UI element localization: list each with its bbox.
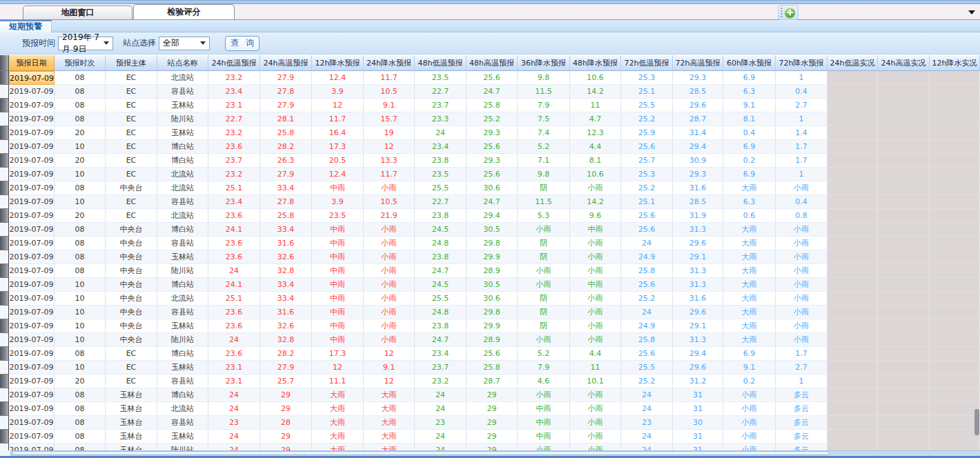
row-gutter[interactable] bbox=[0, 361, 9, 375]
cell[interactable]: 10.5 bbox=[364, 195, 415, 209]
cell[interactable]: 大雨 bbox=[364, 402, 415, 416]
cell[interactable]: 11.1 bbox=[312, 375, 364, 388]
cell[interactable]: 4.6 bbox=[518, 375, 570, 388]
cell[interactable]: 小雨 bbox=[776, 306, 827, 319]
cell[interactable]: 23.7 bbox=[208, 154, 260, 168]
cell[interactable]: 2019-07-09 bbox=[9, 264, 55, 278]
observed-empty-cell[interactable] bbox=[930, 361, 980, 375]
cell[interactable]: 12 bbox=[364, 347, 415, 361]
cell[interactable]: 小雨 bbox=[518, 333, 570, 347]
cell[interactable]: 23.7 bbox=[415, 99, 467, 112]
cell[interactable]: 2019-07-09 bbox=[9, 402, 55, 416]
cell[interactable]: 23.8 bbox=[415, 250, 467, 264]
cell[interactable]: 10 bbox=[55, 319, 106, 333]
cell[interactable]: 14.2 bbox=[570, 195, 621, 209]
observed-empty-cell[interactable] bbox=[827, 361, 878, 375]
cell[interactable]: 28.5 bbox=[673, 195, 723, 209]
cell[interactable]: 08 bbox=[55, 223, 106, 237]
cell[interactable]: 玉林站 bbox=[157, 250, 208, 264]
cell[interactable]: 20.5 bbox=[312, 154, 364, 168]
cell[interactable]: 容县站 bbox=[157, 195, 208, 209]
cell[interactable]: 小雨 bbox=[570, 181, 621, 195]
cell[interactable]: 1 bbox=[776, 71, 827, 85]
cell[interactable]: 25.8 bbox=[467, 99, 518, 112]
row-gutter[interactable] bbox=[0, 85, 9, 99]
cell[interactable]: 32.8 bbox=[260, 264, 312, 278]
cell[interactable]: 中雨 bbox=[312, 181, 364, 195]
cell[interactable]: 中雨 bbox=[312, 223, 364, 237]
observed-empty-cell[interactable] bbox=[878, 195, 930, 209]
cell[interactable]: 23.4 bbox=[208, 195, 260, 209]
cell[interactable]: 08 bbox=[55, 416, 106, 430]
cell[interactable]: 多云 bbox=[776, 388, 827, 402]
cell[interactable]: 中雨 bbox=[518, 416, 570, 430]
horizontal-scrollbar-thumb[interactable] bbox=[12, 451, 830, 455]
cell[interactable]: 多云 bbox=[776, 416, 827, 430]
cell[interactable]: 1 bbox=[776, 375, 827, 388]
row-gutter[interactable] bbox=[0, 112, 9, 126]
cell[interactable]: 08 bbox=[55, 112, 106, 126]
observed-empty-cell[interactable] bbox=[930, 292, 980, 306]
cell[interactable]: 小雨 bbox=[364, 181, 415, 195]
cell[interactable]: 小雨 bbox=[723, 416, 776, 430]
cell[interactable]: 2019-07-09 bbox=[9, 375, 55, 388]
cell[interactable]: 0.4 bbox=[776, 195, 827, 209]
cell[interactable]: EC bbox=[106, 209, 157, 223]
cell[interactable]: 19 bbox=[364, 126, 415, 140]
cell[interactable]: 博白站 bbox=[157, 223, 208, 237]
cell[interactable]: 25.6 bbox=[467, 347, 518, 361]
table-row[interactable]: 2019-07-0908EC玉林站23.127.9129.123.725.87.… bbox=[0, 99, 980, 112]
cell[interactable]: 小雨 bbox=[570, 402, 621, 416]
cell[interactable]: 24 bbox=[415, 388, 467, 402]
cell[interactable]: 24 bbox=[621, 237, 673, 250]
cell[interactable]: 6.9 bbox=[723, 71, 776, 85]
cell[interactable]: 10.5 bbox=[364, 85, 415, 99]
cell[interactable]: 小雨 bbox=[723, 444, 776, 450]
cell[interactable]: 22.7 bbox=[415, 85, 467, 99]
cell[interactable]: 31.4 bbox=[673, 126, 723, 140]
cell[interactable]: 小雨 bbox=[776, 237, 827, 250]
cell[interactable]: 31.3 bbox=[673, 264, 723, 278]
observed-empty-cell[interactable] bbox=[930, 250, 980, 264]
table-row[interactable]: 2019-07-0908EC陆川站22.728.111.715.723.325.… bbox=[0, 112, 980, 126]
row-gutter[interactable] bbox=[0, 347, 9, 361]
cell[interactable]: 29 bbox=[467, 430, 518, 444]
cell[interactable]: 25.5 bbox=[415, 292, 467, 306]
cell[interactable]: 24.5 bbox=[415, 223, 467, 237]
observed-empty-cell[interactable] bbox=[827, 140, 878, 154]
observed-empty-cell[interactable] bbox=[878, 278, 930, 292]
cell[interactable]: 27.9 bbox=[260, 99, 312, 112]
cell[interactable]: 1.4 bbox=[776, 126, 827, 140]
table-row[interactable]: 2019-07-0920EC北流站23.625.823.521.923.829.… bbox=[0, 209, 980, 223]
cell[interactable]: 小雨 bbox=[776, 250, 827, 264]
cell[interactable]: 1.7 bbox=[776, 347, 827, 361]
cell[interactable]: EC bbox=[106, 140, 157, 154]
table-row[interactable]: 2019-07-0910EC北流站23.227.912.411.723.525.… bbox=[0, 168, 980, 181]
cell[interactable]: 小雨 bbox=[364, 264, 415, 278]
cell[interactable]: 29 bbox=[260, 444, 312, 450]
cell[interactable]: 阴 bbox=[518, 237, 570, 250]
observed-empty-cell[interactable] bbox=[878, 292, 930, 306]
cell[interactable]: 25.8 bbox=[621, 333, 673, 347]
cell[interactable]: 25.2 bbox=[621, 292, 673, 306]
observed-empty-cell[interactable] bbox=[930, 319, 980, 333]
cell[interactable]: 2019-07-09 bbox=[9, 388, 55, 402]
cell[interactable]: 博白站 bbox=[157, 278, 208, 292]
cell[interactable]: 小雨 bbox=[364, 278, 415, 292]
observed-empty-cell[interactable] bbox=[930, 237, 980, 250]
cell[interactable]: 23.8 bbox=[415, 319, 467, 333]
cell[interactable]: 13.3 bbox=[364, 154, 415, 168]
row-gutter[interactable] bbox=[0, 195, 9, 209]
observed-empty-cell[interactable] bbox=[878, 71, 930, 85]
cell[interactable]: 23.2 bbox=[415, 375, 467, 388]
cell[interactable]: 31.2 bbox=[673, 375, 723, 388]
cell[interactable]: 24 bbox=[208, 402, 260, 416]
column-header[interactable]: 48h高温预报 bbox=[467, 55, 518, 71]
cell[interactable]: 2019-07-09 bbox=[9, 430, 55, 444]
cell[interactable]: 博白站 bbox=[157, 140, 208, 154]
cell[interactable]: 23.5 bbox=[312, 209, 364, 223]
horizontal-scrollbar[interactable] bbox=[0, 450, 980, 456]
table-row[interactable]: 2019-07-0908玉林台博白站2429大雨大雨2429小雨小雨2431小雨… bbox=[0, 388, 980, 402]
cell[interactable]: 2019-07-09 bbox=[9, 85, 55, 99]
observed-empty-cell[interactable] bbox=[827, 209, 878, 223]
